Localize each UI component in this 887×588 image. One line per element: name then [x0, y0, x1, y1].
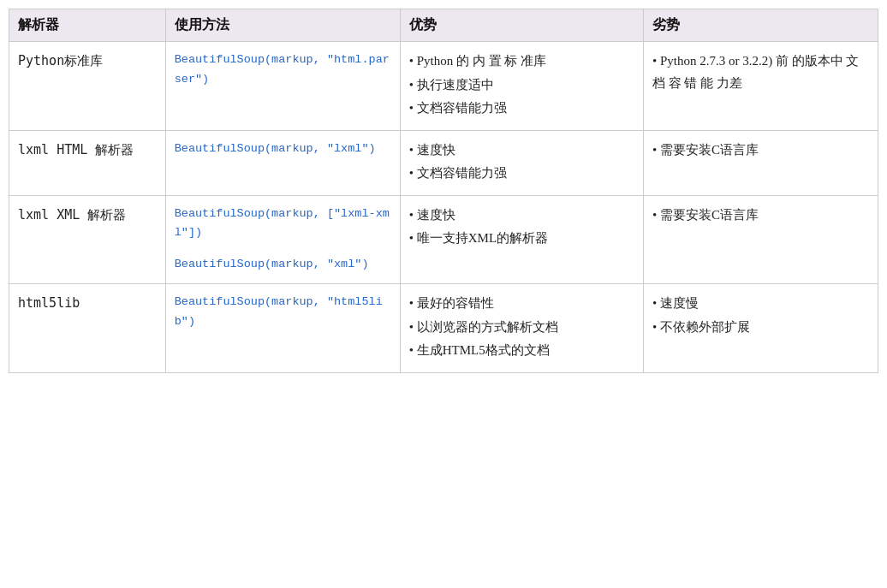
parser-name-cell: html5lib	[9, 284, 166, 373]
parser-cons-cell: 需要安装C语言库	[643, 195, 878, 284]
parser-pros-cell: 速度快唯一支持XML的解析器	[400, 195, 643, 284]
table-row: lxml XML 解析器BeautifulSoup(markup, ["lxml…	[9, 195, 878, 284]
header-cons: 劣势	[643, 9, 878, 42]
parser-cons-cell: 速度慢不依赖外部扩展	[643, 284, 878, 373]
parser-pros-cell: 最好的容错性以浏览器的方式解析文档生成HTML5格式的文档	[400, 284, 643, 373]
parser-name-cell: Python标准库	[9, 42, 166, 131]
parser-usage-cell: BeautifulSoup(markup, "html.parser")	[165, 42, 400, 131]
parser-pros-cell: Python 的 内 置 标 准库执行速度适中文档容错能力强	[400, 42, 643, 131]
parser-name-cell: lxml HTML 解析器	[9, 130, 166, 195]
parser-name-cell: lxml XML 解析器	[9, 195, 166, 284]
parser-cons-cell: Python 2.7.3 or 3.2.2) 前 的版本中 文 档 容 错 能 …	[643, 42, 878, 131]
parser-comparison-table: 解析器 使用方法 优势 劣势 Python标准库BeautifulSoup(ma…	[9, 9, 878, 373]
parser-usage-cell: BeautifulSoup(markup, ["lxml-xml"])Beaut…	[165, 195, 400, 284]
table-row: html5libBeautifulSoup(markup, "html5lib"…	[9, 284, 878, 373]
header-usage: 使用方法	[165, 9, 400, 42]
parser-usage-cell: BeautifulSoup(markup, "lxml")	[165, 130, 400, 195]
parser-cons-cell: 需要安装C语言库	[643, 130, 878, 195]
header-parser: 解析器	[9, 9, 166, 42]
parser-pros-cell: 速度快文档容错能力强	[400, 130, 643, 195]
table-row: Python标准库BeautifulSoup(markup, "html.par…	[9, 42, 878, 131]
header-pros: 优势	[400, 9, 643, 42]
parser-usage-cell: BeautifulSoup(markup, "html5lib")	[165, 284, 400, 373]
table-row: lxml HTML 解析器BeautifulSoup(markup, "lxml…	[9, 130, 878, 195]
